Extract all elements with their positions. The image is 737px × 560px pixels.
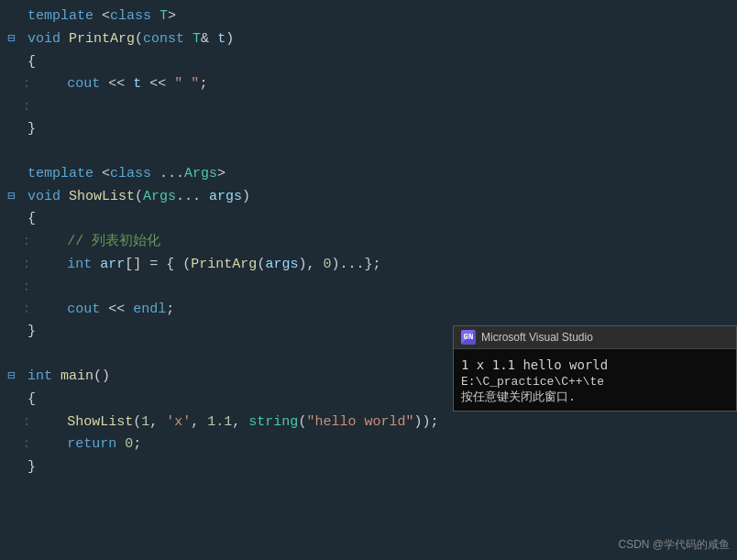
gutter-11: : xyxy=(7,231,30,252)
code-line-2: ⊟ void PrintArg(const T& t) xyxy=(0,28,737,51)
code-line-9: ⊟ void ShowList(Args... args) xyxy=(0,186,737,209)
gutter-13: : xyxy=(7,277,30,298)
code-line-1: template <class T> xyxy=(0,5,737,28)
gutter-4: : xyxy=(7,73,30,94)
console-title-bar: GN Microsoft Visual Studio xyxy=(454,326,736,349)
code-line-6: } xyxy=(0,118,737,141)
console-body: 1 x 1.1 hello world E:\C_practice\C++\te… xyxy=(454,349,736,411)
code-line-10: { xyxy=(0,208,737,231)
code-line-3: { xyxy=(0,51,737,74)
gutter-19: : xyxy=(7,412,30,433)
console-prompt: 按任意键关闭此窗口. xyxy=(461,389,729,405)
code-line-21: } xyxy=(0,456,737,479)
code-line-7 xyxy=(0,141,737,163)
gutter-17[interactable]: ⊟ xyxy=(7,366,24,387)
console-title-text: Microsoft Visual Studio xyxy=(481,331,593,344)
gutter-5: : xyxy=(7,96,30,117)
console-path: E:\C_practice\C++\te xyxy=(461,375,729,389)
code-editor: template <class T> ⊟ void PrintArg(const… xyxy=(0,0,737,560)
code-line-20: : return 0; xyxy=(0,434,737,456)
gutter-12: : xyxy=(7,254,30,275)
watermark: CSDN @学代码的咸鱼 xyxy=(618,537,730,553)
code-line-11: : // 列表初始化 xyxy=(0,231,737,254)
console-output: 1 x 1.1 hello world xyxy=(461,355,729,375)
console-popup: GN Microsoft Visual Studio 1 x 1.1 hello… xyxy=(453,325,737,412)
code-line-19: : ShowList(1, 'x', 1.1, string("hello wo… xyxy=(0,412,737,434)
code-line-8: template <class ...Args> xyxy=(0,163,737,186)
code-line-13: : xyxy=(0,277,737,299)
gutter-9[interactable]: ⊟ xyxy=(7,186,24,207)
gutter-20: : xyxy=(7,434,30,455)
code-line-4: : cout << t << " "; xyxy=(0,73,737,96)
vs-icon: GN xyxy=(461,330,476,345)
code-line-14: : cout << endl; xyxy=(0,299,737,322)
gutter-2[interactable]: ⊟ xyxy=(7,28,24,49)
code-line-12: : int arr[] = { (PrintArg(args), 0)...}; xyxy=(0,254,737,277)
keyword-template-1: template xyxy=(28,5,94,28)
gutter-14: : xyxy=(7,299,30,320)
code-line-5: : xyxy=(0,96,737,118)
